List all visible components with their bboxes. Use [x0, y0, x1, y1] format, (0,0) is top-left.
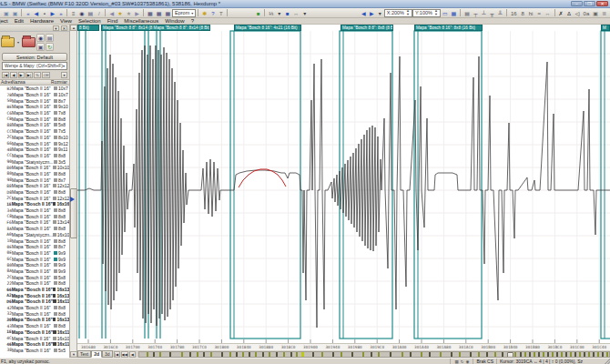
- map-region-box[interactable]: [601, 31, 610, 339]
- hexview2-icon[interactable]: ▦: [155, 9, 164, 17]
- hexview-icon[interactable]: ▦: [146, 9, 155, 17]
- export-folder-icon[interactable]: [238, 9, 246, 17]
- panel-dropdown-icon[interactable]: ▾: [53, 25, 59, 31]
- hscroll-nav-1[interactable]: ◀◀: [121, 351, 128, 358]
- map-label-5[interactable]: M: [601, 25, 610, 31]
- table-row[interactable]: 8AMapa "Bosch II 16"9x9: [0, 268, 69, 275]
- window-icon[interactable]: ▣: [2, 9, 11, 17]
- table-row[interactable]: 90Mapa "Statystyczn...3x5: [0, 158, 69, 165]
- window-tool-icon[interactable]: ▤: [46, 34, 54, 42]
- refresh-tool-icon[interactable]: ↻: [46, 43, 54, 51]
- filter-dropdown-icon[interactable]: ▾: [61, 72, 67, 78]
- table-row[interactable]: F6Mapa "Bosch II 16"13x14: [0, 219, 69, 226]
- width-icon[interactable]: ↔: [291, 9, 300, 17]
- hex-icon[interactable]: 0a: [582, 9, 592, 17]
- next-icon[interactable]: ▶: [48, 9, 56, 17]
- menu-view[interactable]: View: [60, 18, 72, 24]
- list-column-headers[interactable]: Adres Nazwa Rozmiar: [0, 79, 69, 86]
- list-vertical-scrollbar[interactable]: ▲ ▼: [70, 25, 77, 358]
- list-icon[interactable]: ≡: [69, 9, 77, 17]
- import-file-icon[interactable]: [22, 37, 36, 47]
- column-adres[interactable]: Adres: [0, 80, 12, 85]
- table-row[interactable]: 2CMapa "Bosch II 16"5x8: [0, 274, 69, 280]
- scroll-up-icon[interactable]: ▲: [70, 25, 77, 31]
- table-row[interactable]: 22Mapa "Bosch II 16"8x8: [0, 280, 69, 287]
- spinner-icon[interactable]: ▲▼: [434, 9, 438, 16]
- menu-edit[interactable]: Edit: [15, 18, 24, 24]
- filter-button-4[interactable]: %: [34, 72, 41, 78]
- fraction-icon[interactable]: ⅓: [267, 9, 275, 17]
- maximize-button[interactable]: ❐: [584, 1, 595, 6]
- table-row[interactable]: 2CMapa "Bosch II 16"8x10: [0, 135, 69, 141]
- hscroll-nav-0[interactable]: |◀: [114, 351, 120, 358]
- table-row[interactable]: C6Mapa "Bosch II 16"7x8: [0, 110, 69, 116]
- record-status-icon[interactable]: ◉: [465, 359, 469, 364]
- dropdown2-icon[interactable]: ▾: [300, 9, 309, 17]
- refresh-status-icon[interactable]: ↻: [461, 359, 464, 364]
- grip-icon[interactable]: ≣: [600, 9, 608, 17]
- table-row[interactable]: 4CMapa "Bosch II 16"16x10: [0, 335, 69, 341]
- map-region-box[interactable]: [414, 31, 482, 339]
- star2-icon[interactable]: ★: [125, 9, 133, 17]
- table-row[interactable]: 0EMapa "Bosch II 16"9x9: [0, 250, 69, 257]
- table-row[interactable]: D8Mapa "Bosch II 16"8x8: [0, 189, 69, 196]
- flash-icon[interactable]: ✱: [200, 9, 208, 17]
- filter-button-5[interactable]: Off: [42, 72, 51, 78]
- menu-[interactable]: ?: [191, 18, 194, 24]
- hscroll-thumb[interactable]: [507, 352, 513, 358]
- window2-icon[interactable]: ▣: [11, 9, 20, 17]
- table-row[interactable]: 6CMapa "Bosch II 16"9x9: [0, 256, 69, 262]
- table-row[interactable]: 43Mapa "Bosch II 16"8x8: [0, 323, 69, 329]
- align-top-icon[interactable]: ┬: [472, 9, 480, 17]
- table-row[interactable]: CBMapa "Bosch II 16"8x8: [0, 116, 69, 122]
- map-label-2[interactable]: Mapa "Bosch 8 16": 4x21 (16 Bit): [234, 25, 301, 31]
- search-icon[interactable]: ◉: [77, 9, 86, 17]
- column-rozmiar[interactable]: Rozmiar: [51, 80, 69, 85]
- filter-button-3[interactable]: ▶|: [25, 72, 33, 78]
- table-row[interactable]: 2CMapa "Bosch II 16"12x12: [0, 195, 69, 201]
- dropdown-icon[interactable]: ▾: [275, 9, 283, 17]
- prev-icon[interactable]: ◀: [32, 9, 40, 17]
- table-row[interactable]: 48Mapa "Bosch II 16"9x11: [0, 147, 69, 153]
- x-zoom-control[interactable]: X:200%▲▼: [384, 9, 412, 17]
- filter-button-1[interactable]: ◀: [10, 72, 16, 78]
- table-row[interactable]: 88Mapa "Bosch II 16"12x12: [0, 183, 69, 189]
- pencil-icon[interactable]: /: [95, 9, 103, 17]
- star-icon[interactable]: ★: [116, 9, 124, 17]
- split-bottom-icon[interactable]: ╨: [496, 9, 504, 17]
- view-1-icon[interactable]: ▭: [441, 9, 450, 17]
- tab-3d[interactable]: 3d: [102, 350, 113, 358]
- hexview3-icon[interactable]: ▦: [163, 9, 172, 17]
- table-row[interactable]: 80Mapa "Bosch II 16"9x9: [0, 262, 69, 268]
- table-row[interactable]: CCMapa "Bosch II 16"7x5: [0, 128, 69, 135]
- panel-close-icon[interactable]: ✕: [61, 25, 67, 31]
- panel-header[interactable]: ▾ ✕: [0, 25, 69, 32]
- table-row[interactable]: 46Mapa "Bosch II 16"16x11: [0, 341, 69, 348]
- column-nazwa[interactable]: Nazwa: [12, 80, 51, 85]
- session-button[interactable]: Session: Default: [2, 53, 67, 61]
- minimize-button[interactable]: –: [571, 1, 583, 6]
- first-icon[interactable]: «: [24, 9, 32, 17]
- tab-2d[interactable]: 2d: [91, 350, 102, 358]
- table-row[interactable]: 18Mapa "Bosch II 16"8x8: [0, 238, 69, 244]
- table-row[interactable]: 38Mapa "Bosch II 16"5x5: [0, 348, 69, 354]
- table-row[interactable]: A0Mapa "Statystyczn...16x10: [0, 232, 69, 238]
- eprom-combo[interactable]: Eprom▾: [172, 9, 196, 17]
- tri-icon[interactable]: ◁: [574, 9, 582, 17]
- table-row[interactable]: A2Mapa "Bosch II 16"16x13: [0, 292, 69, 298]
- nav-fwd-icon[interactable]: ▶: [368, 9, 376, 17]
- table-row[interactable]: 30Mapa "Bosch II 16"16x13: [0, 317, 69, 323]
- resize-grip[interactable]: [604, 359, 610, 364]
- table-row[interactable]: 0EMapa "Bosch II 16"8x7: [0, 244, 69, 250]
- spinner-icon[interactable]: ▲▼: [406, 9, 410, 16]
- title-bar[interactable]: OLS - BMW (Swiftec (BMW F10 320D Version…: [0, 0, 610, 8]
- table-row[interactable]: 66Mapa "Bosch II 16"9x12: [0, 140, 69, 147]
- table-row[interactable]: 80Mapa "Bosch II 16"10x10: [0, 165, 69, 171]
- table-row[interactable]: 34Mapa "Bosch II 16"8x8: [0, 207, 69, 214]
- text-icon[interactable]: T: [217, 9, 225, 17]
- project-folder-icon[interactable]: [246, 9, 254, 17]
- nav-drop-icon[interactable]: ▾: [376, 9, 384, 17]
- map-region-box[interactable]: [230, 31, 300, 339]
- horizontal-scrollbar[interactable]: [138, 351, 610, 358]
- maps-filter-combo[interactable]: Wersje & Mapy: (Ctrl+Shift+F) ▾: [2, 62, 67, 70]
